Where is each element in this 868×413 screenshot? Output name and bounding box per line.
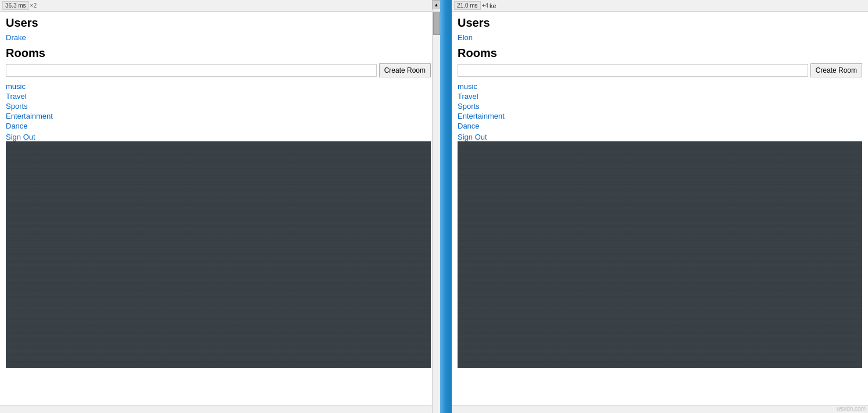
- left-scrollbar[interactable]: ▲: [432, 12, 440, 405]
- right-content: Users Elon Rooms Create Room music Trave…: [452, 12, 868, 405]
- left-timing-badge: 36.3 ms: [2, 1, 29, 10]
- right-create-room-button[interactable]: Create Room: [810, 63, 862, 77]
- right-room-entertainment[interactable]: Entertainment: [458, 112, 862, 120]
- left-create-room-row: Create Room: [6, 63, 431, 77]
- right-timing-badge: 21.0 ms: [454, 1, 481, 10]
- left-panel: 36.3 ms ×2 Users Drake Rooms Create Room…: [0, 0, 440, 413]
- left-room-music[interactable]: music: [6, 82, 431, 91]
- left-create-room-button[interactable]: Create Room: [379, 63, 431, 77]
- left-room-entertainment[interactable]: Entertainment: [6, 112, 431, 120]
- right-create-room-row: Create Room: [458, 63, 862, 77]
- right-room-dance[interactable]: Dance: [458, 122, 862, 130]
- left-content: Users Drake Rooms Create Room music Trav…: [0, 12, 440, 405]
- right-dark-area: [458, 141, 862, 368]
- right-rooms-section: Rooms Create Room music Travel Sports En…: [458, 47, 862, 141]
- watermark: wsxdn.com: [837, 405, 866, 412]
- left-users-title: Users: [6, 16, 431, 30]
- right-bottom-scrollbar[interactable]: [452, 405, 868, 413]
- left-dark-area: [6, 141, 431, 368]
- left-room-input[interactable]: [6, 64, 377, 77]
- right-rooms-title: Rooms: [458, 47, 862, 60]
- right-room-input[interactable]: [458, 64, 808, 77]
- right-user-elon[interactable]: Elon: [458, 33, 862, 42]
- left-room-travel[interactable]: Travel: [6, 92, 431, 101]
- left-room-sports[interactable]: Sports: [6, 102, 431, 111]
- center-divider: [440, 0, 452, 413]
- left-sign-out-link[interactable]: Sign Out: [6, 133, 431, 141]
- right-sign-out-link[interactable]: Sign Out: [458, 133, 862, 141]
- right-top-bar: 21.0 ms +4 ke: [452, 0, 868, 12]
- left-room-dance[interactable]: Dance: [6, 122, 431, 130]
- right-panel: 21.0 ms +4 ke Users Elon Rooms Create Ro…: [452, 0, 868, 413]
- left-rooms-title: Rooms: [6, 47, 431, 60]
- left-user-drake[interactable]: Drake: [6, 33, 431, 42]
- left-multiplier: ×2: [30, 2, 37, 9]
- right-timing-suffix: +4: [482, 2, 488, 9]
- left-rooms-section: Rooms Create Room music Travel Sports En…: [6, 47, 431, 141]
- right-room-travel[interactable]: Travel: [458, 92, 862, 101]
- left-bottom-scrollbar[interactable]: [0, 405, 440, 413]
- left-top-bar: 36.3 ms ×2: [0, 0, 440, 12]
- right-title: ke: [490, 2, 496, 9]
- right-room-music[interactable]: music: [458, 82, 862, 91]
- right-users-title: Users: [458, 16, 862, 30]
- left-scroll-thumb[interactable]: [433, 12, 440, 35]
- right-room-sports[interactable]: Sports: [458, 102, 862, 111]
